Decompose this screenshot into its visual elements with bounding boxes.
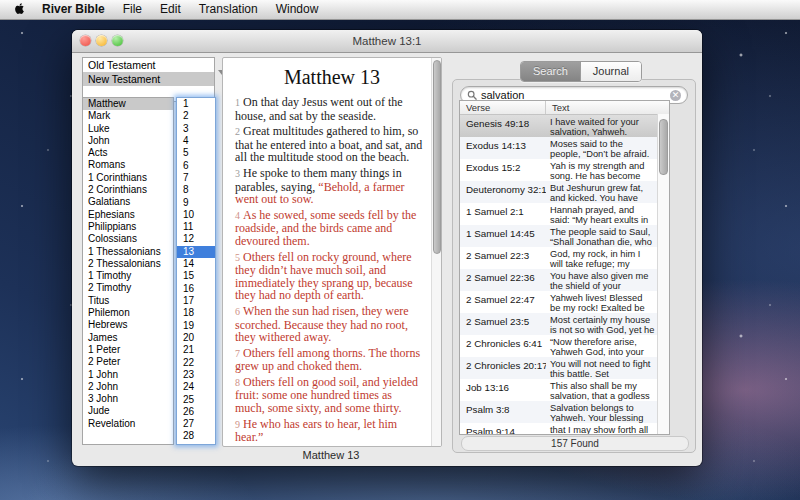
chapter-item[interactable]: 7 — [177, 172, 215, 184]
book-item[interactable]: John — [83, 135, 173, 147]
chapter-item[interactable]: 20 — [177, 332, 215, 344]
book-item[interactable]: Hebrews — [83, 319, 173, 331]
book-item[interactable]: Titus — [83, 295, 173, 307]
book-item[interactable]: Romans — [83, 159, 173, 171]
chapter-item[interactable]: 15 — [177, 270, 215, 282]
close-button[interactable] — [80, 35, 91, 46]
chapter-item[interactable]: 5 — [177, 147, 215, 159]
book-item[interactable]: Philippians — [83, 221, 173, 233]
results-scrollbar-thumb[interactable] — [659, 119, 668, 175]
reader-scrollbar-thumb[interactable] — [433, 60, 441, 254]
result-row[interactable]: Exodus 15:2Yah is my strength and song. … — [460, 159, 669, 181]
chapter-item[interactable]: 17 — [177, 295, 215, 307]
result-row[interactable]: Job 13:16This also shall be my salvation… — [460, 379, 669, 401]
result-row[interactable]: 2 Samuel 23:5Most certainly my house is … — [460, 313, 669, 335]
chapter-item[interactable]: 2 — [177, 110, 215, 122]
verses-container: 1On that day Jesus went out of the house… — [223, 96, 441, 444]
book-item[interactable]: Philemon — [83, 307, 173, 319]
book-item[interactable]: 2 Corinthians — [83, 184, 173, 196]
testament-item[interactable]: New Testament — [83, 72, 214, 86]
tab-journal[interactable]: Journal — [580, 62, 641, 81]
book-item[interactable]: 1 Thessalonians — [83, 246, 173, 258]
reader-scrollbar[interactable] — [431, 58, 441, 446]
result-row[interactable]: Psalm 9:14that I may show forth all your… — [460, 423, 669, 435]
result-row[interactable]: 2 Samuel 22:3God, my rock, in him I will… — [460, 247, 669, 269]
apple-menu[interactable] — [0, 3, 33, 16]
minimize-button[interactable] — [96, 35, 107, 46]
chapter-item[interactable]: 28 — [177, 430, 215, 442]
book-item[interactable]: Colossians — [83, 233, 173, 245]
result-row[interactable]: 1 Samuel 14:45The people said to Saul, “… — [460, 225, 669, 247]
result-row[interactable]: 2 Samuel 22:47Yahweh lives! Blessed be m… — [460, 291, 669, 313]
chapter-item[interactable]: 27 — [177, 418, 215, 430]
chapter-item[interactable]: 4 — [177, 135, 215, 147]
chapter-item[interactable]: 18 — [177, 307, 215, 319]
book-item[interactable]: 1 Timothy — [83, 270, 173, 282]
column-header-text[interactable]: Text — [546, 101, 669, 114]
result-row[interactable]: 1 Samuel 2:1Hannah prayed, and said: “My… — [460, 203, 669, 225]
chapter-item[interactable]: 26 — [177, 406, 215, 418]
column-header-verse[interactable]: Verse — [460, 101, 546, 114]
book-item[interactable]: 2 John — [83, 381, 173, 393]
chapter-item[interactable]: 9 — [177, 197, 215, 209]
window-title-bar[interactable]: Matthew 13:1 — [72, 30, 702, 53]
result-row[interactable]: Genesis 49:18I have waited for your salv… — [460, 115, 669, 137]
chapter-item[interactable]: 16 — [177, 283, 215, 295]
result-verse: 1 Samuel 14:45 — [460, 225, 546, 247]
book-item[interactable]: Matthew — [83, 98, 173, 110]
chapter-item[interactable]: 21 — [177, 344, 215, 356]
chapter-item[interactable]: 8 — [177, 184, 215, 196]
chapter-item[interactable]: 24 — [177, 381, 215, 393]
book-item[interactable]: Galatians — [83, 196, 173, 208]
book-item[interactable]: 2 Peter — [83, 356, 173, 368]
chapter-item[interactable]: 3 — [177, 123, 215, 135]
result-row[interactable]: 2 Chronicles 6:41“Now therefore arise, Y… — [460, 335, 669, 357]
tab-search[interactable]: Search — [521, 62, 580, 81]
menu-item-translation[interactable]: Translation — [190, 0, 267, 19]
menu-item-river-bible[interactable]: River Bible — [33, 0, 114, 19]
book-item[interactable]: Ephesians — [83, 209, 173, 221]
book-item[interactable]: 2 Timothy — [83, 282, 173, 294]
chapter-item[interactable]: 23 — [177, 369, 215, 381]
result-row[interactable]: Psalm 3:8Salvation belongs to Yahweh. Yo… — [460, 401, 669, 423]
verse-number: 7 — [235, 348, 240, 359]
chapter-item[interactable]: 25 — [177, 394, 215, 406]
chapter-item[interactable]: 14 — [177, 258, 215, 270]
chapter-item[interactable]: 12 — [177, 233, 215, 245]
menu-item-edit[interactable]: Edit — [151, 0, 190, 19]
results-scrollbar[interactable] — [657, 114, 669, 434]
book-item[interactable]: 2 Thessalonians — [83, 258, 173, 270]
testament-item[interactable]: Old Testament — [83, 58, 214, 72]
chapter-item[interactable]: 6 — [177, 160, 215, 172]
result-text: Most certainly my house is not so with G… — [546, 313, 669, 335]
book-item[interactable]: 1 Corinthians — [83, 172, 173, 184]
book-item[interactable]: James — [83, 332, 173, 344]
chapter-item[interactable]: 22 — [177, 357, 215, 369]
result-row[interactable]: 2 Samuel 22:36You have also given me the… — [460, 269, 669, 291]
clear-search-icon[interactable]: ✕ — [670, 90, 681, 101]
chapter-item[interactable]: 1 — [177, 98, 215, 110]
zoom-button[interactable] — [112, 35, 123, 46]
book-item[interactable]: Jude — [83, 405, 173, 417]
result-row[interactable]: Exodus 14:13Moses said to the people, “D… — [460, 137, 669, 159]
panel-tabs: Search Journal — [520, 61, 642, 82]
result-row[interactable]: 2 Chronicles 20:17You will not need to f… — [460, 357, 669, 379]
scripture-reader: Matthew 13 1On that day Jesus went out o… — [222, 57, 442, 447]
book-item[interactable]: Mark — [83, 110, 173, 122]
results-rows: Genesis 49:18I have waited for your salv… — [460, 115, 669, 435]
menu-item-file[interactable]: File — [114, 0, 151, 19]
chapter-item[interactable]: 19 — [177, 320, 215, 332]
result-text: But Jeshurun grew fat, and kicked. You h… — [546, 181, 669, 203]
book-item[interactable]: 1 John — [83, 369, 173, 381]
book-item[interactable]: Luke — [83, 123, 173, 135]
menu-item-window[interactable]: Window — [267, 0, 328, 19]
chapter-item[interactable]: 10 — [177, 209, 215, 221]
book-item[interactable]: Revelation — [83, 418, 173, 430]
chapter-item[interactable]: 13 — [177, 246, 215, 258]
result-row[interactable]: Deuteronomy 32:15But Jeshurun grew fat, … — [460, 181, 669, 203]
book-item[interactable]: 3 John — [83, 393, 173, 405]
chapter-item[interactable]: 11 — [177, 221, 215, 233]
book-item[interactable]: 1 Peter — [83, 344, 173, 356]
book-item[interactable]: Acts — [83, 147, 173, 159]
verse-text: Great multitudes gathered to him, so tha… — [235, 124, 422, 164]
